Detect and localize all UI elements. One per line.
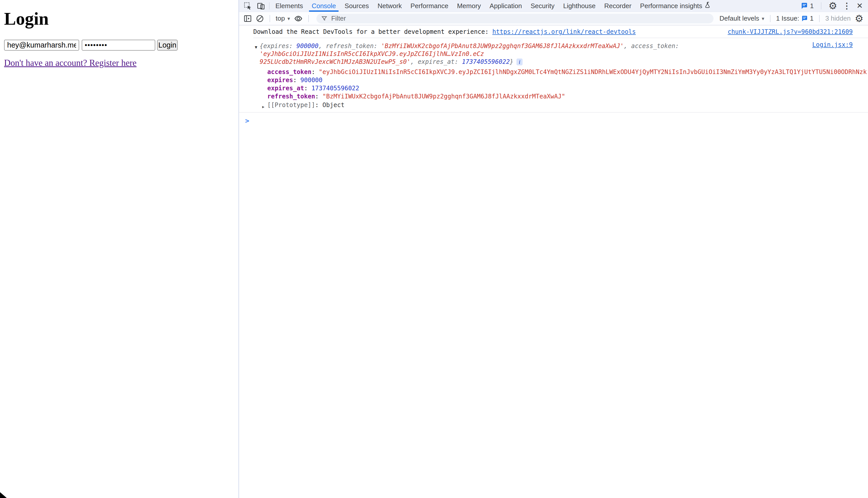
close-devtools-icon[interactable]: ✕	[857, 2, 863, 10]
react-devtools-link[interactable]: https://reactjs.org/link/react-devtools	[492, 28, 636, 35]
tab-memory[interactable]: Memory	[452, 0, 485, 12]
message-text: Download the React DevTools for a better…	[253, 28, 636, 36]
tab-recorder[interactable]: Recorder	[600, 0, 636, 12]
hidden-messages-label[interactable]: 3 hidden	[825, 14, 851, 22]
page-title: Login	[4, 9, 49, 29]
divider	[270, 15, 270, 22]
divider	[269, 2, 270, 10]
divider	[308, 15, 309, 22]
source-location-link[interactable]: Login.jsx:9	[812, 41, 853, 48]
console-settings-gear-icon[interactable]: ⚙	[855, 14, 864, 23]
flask-icon	[705, 1, 712, 10]
login-page: Login Login Don't have an account? Regis…	[0, 0, 239, 498]
devtools-panel: Elements Console Sources Network Perform…	[239, 0, 868, 498]
property-row[interactable]: refresh_token: "BzMYiIWUxK2cbgofAjPbAnut…	[267, 92, 853, 101]
expand-triangle-icon[interactable]: ▶	[262, 103, 265, 111]
object-properties: access_token: "eyJhbGciOiJIUzI1NiIsInR5c…	[260, 68, 853, 109]
prompt-chevron-icon: >	[245, 117, 249, 124]
info-badge-icon[interactable]: i	[516, 58, 523, 65]
source-location-link[interactable]: chunk-VIJJTZRL.js?v=960bd321:21609	[728, 28, 853, 36]
tab-console[interactable]: Console	[307, 0, 340, 12]
property-row[interactable]: expires_at: 1737405596022	[267, 84, 853, 92]
collapse-triangle-icon[interactable]: ▼	[255, 45, 257, 50]
inspect-element-icon[interactable]	[244, 2, 252, 10]
password-field[interactable]	[82, 40, 155, 51]
property-row[interactable]: expires: 900000	[267, 76, 853, 84]
object-preview[interactable]: {expires: 900000, refresh_token: 'BzMYiI…	[260, 42, 853, 66]
tab-lighthouse[interactable]: Lighthouse	[559, 0, 600, 12]
divider	[770, 15, 770, 22]
issues-bubble-icon	[801, 15, 808, 22]
tab-elements[interactable]: Elements	[271, 0, 307, 12]
filter-placeholder: Filter	[331, 14, 346, 22]
tab-application[interactable]: Application	[485, 0, 526, 12]
console-message-object-log: ▼ Login.jsx:9 {expires: 900000, refresh_…	[239, 38, 868, 113]
console-prompt[interactable]: >	[239, 113, 868, 124]
email-field[interactable]	[4, 40, 79, 51]
funnel-icon	[321, 15, 328, 22]
console-sidebar-icon[interactable]	[244, 14, 252, 23]
context-selector[interactable]: top ▾	[276, 14, 290, 22]
divider	[819, 15, 820, 22]
devtools-tabbar: Elements Console Sources Network Perform…	[239, 0, 868, 12]
filter-input[interactable]: Filter	[316, 14, 713, 23]
console-output: Download the React DevTools for a better…	[239, 25, 868, 498]
mouse-cursor-icon	[0, 492, 11, 498]
tab-sources[interactable]: Sources	[340, 0, 373, 12]
issues-link[interactable]: 1 Issue: 1	[776, 14, 814, 22]
register-link[interactable]: Don't have an account? Register here	[4, 58, 137, 68]
issues-bubble-icon	[801, 2, 808, 10]
settings-gear-icon[interactable]: ⚙	[829, 1, 837, 11]
chevron-down-icon: ▾	[288, 16, 290, 21]
console-message-react-devtools: Download the React DevTools for a better…	[239, 25, 868, 38]
tab-performance-insights[interactable]: Performance insights	[636, 0, 716, 12]
devtools-tabs: Elements Console Sources Network Perform…	[271, 0, 716, 12]
issues-counter[interactable]: 1	[801, 2, 814, 10]
device-toolbar-icon[interactable]	[257, 2, 265, 10]
prototype-row[interactable]: ▶[[Prototype]]: Object	[267, 101, 853, 109]
more-options-icon[interactable]: ⋮	[843, 2, 851, 10]
log-levels-dropdown[interactable]: Default levels ▾	[719, 14, 764, 22]
console-toolbar: top ▾ Filter Default levels ▾ 1 Issue:	[239, 12, 868, 25]
clear-console-icon[interactable]	[256, 14, 264, 23]
divider	[821, 2, 821, 10]
live-expression-eye-icon[interactable]	[294, 14, 303, 23]
login-button[interactable]: Login	[157, 40, 178, 51]
tab-security[interactable]: Security	[526, 0, 559, 12]
tab-network[interactable]: Network	[373, 0, 406, 12]
chevron-down-icon: ▾	[762, 16, 764, 21]
login-form: Login	[4, 40, 178, 51]
property-row[interactable]: access_token: "eyJhbGciOiJIUzI1NiIsInR5c…	[267, 68, 867, 76]
tab-performance[interactable]: Performance	[406, 0, 453, 12]
